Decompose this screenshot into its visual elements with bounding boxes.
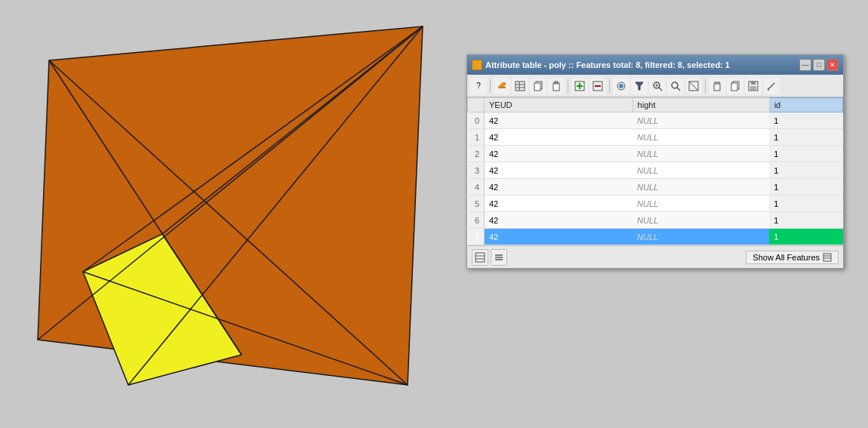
cell-yeud[interactable]: 42 <box>485 129 633 146</box>
cell-hight[interactable]: NULL <box>633 129 769 146</box>
cell-hight[interactable]: NULL <box>633 179 769 196</box>
cell-id[interactable]: 1 <box>769 212 842 229</box>
edit-field-button[interactable] <box>763 78 780 94</box>
svg-line-32 <box>677 88 680 91</box>
svg-marker-26 <box>636 82 643 90</box>
paste-button[interactable] <box>548 78 565 94</box>
toolbar: ? <box>467 75 843 97</box>
copy-selected-button[interactable] <box>727 78 743 94</box>
cell-hight[interactable]: NULL <box>633 229 769 245</box>
svg-marker-0 <box>38 26 423 385</box>
cell-id[interactable]: 1 <box>769 146 842 162</box>
table-header-row: YEUD hight id <box>468 98 843 112</box>
row-number: 6 <box>468 212 485 229</box>
title-controls[interactable]: — □ ✕ <box>799 59 839 71</box>
row-number: 0 <box>468 112 485 129</box>
add-row-button[interactable] <box>571 78 588 94</box>
row-number: 4 <box>468 179 485 196</box>
select-filter-button[interactable] <box>631 78 648 94</box>
remove-row-button[interactable] <box>589 78 606 94</box>
svg-rect-47 <box>476 253 485 262</box>
help-button[interactable]: ? <box>470 78 487 94</box>
cell-yeud[interactable]: 42 <box>485 146 633 162</box>
svg-rect-18 <box>555 82 558 84</box>
col-header-hight[interactable]: hight <box>633 98 769 112</box>
svg-rect-42 <box>751 82 756 85</box>
pan-map-button[interactable] <box>667 78 684 94</box>
svg-rect-35 <box>714 84 720 91</box>
maximize-button[interactable]: □ <box>813 59 825 71</box>
save-edits-button[interactable] <box>745 78 762 94</box>
cell-hight[interactable]: NULL <box>633 196 769 212</box>
form-view-toggle[interactable] <box>491 249 507 266</box>
delete-selected-button[interactable] <box>709 78 725 94</box>
cell-hight[interactable]: NULL <box>633 162 769 179</box>
cell-id[interactable]: 1 <box>769 162 842 179</box>
row-number: 5 <box>468 196 485 212</box>
svg-rect-40 <box>731 83 737 91</box>
cell-id[interactable]: 1 <box>769 112 842 129</box>
table-row[interactable]: 442NULL1 <box>468 179 843 196</box>
status-bar: Show All Features <box>467 245 843 268</box>
table-row[interactable]: 542NULL1 <box>468 196 843 212</box>
cell-hight[interactable]: NULL <box>633 212 769 229</box>
svg-line-34 <box>689 82 698 91</box>
table-body: 042NULL1142NULL1242NULL1342NULL1442NULL1… <box>468 112 843 245</box>
table-container: YEUD hight id 042NULL1142NULL1242NULL134… <box>467 97 843 245</box>
cell-yeud[interactable]: 42 <box>485 162 633 179</box>
svg-rect-11 <box>516 82 525 91</box>
attribute-table: YEUD hight id 042NULL1142NULL1242NULL134… <box>467 97 843 245</box>
table-view-button[interactable] <box>512 78 528 94</box>
cell-id[interactable]: 1 <box>769 179 842 196</box>
table-row[interactable]: 342NULL1 <box>468 162 843 179</box>
cell-id[interactable]: 1 <box>769 229 842 245</box>
show-features-button[interactable]: Show All Features <box>746 251 839 264</box>
svg-line-28 <box>659 88 662 91</box>
toolbar-separator-3 <box>609 79 610 93</box>
window-title: Attribute table - poly :: Features total… <box>485 60 730 69</box>
svg-line-44 <box>768 84 774 90</box>
attribute-table-window: Attribute table - poly :: Features total… <box>466 54 844 269</box>
table-row[interactable]: 142NULL1 <box>468 129 843 146</box>
status-left <box>472 249 507 266</box>
cell-id[interactable]: 1 <box>769 196 842 212</box>
minimize-button[interactable]: — <box>799 59 811 71</box>
col-header-yeud[interactable]: YEUD <box>485 98 633 112</box>
toolbar-separator-2 <box>568 79 568 93</box>
cell-yeud[interactable]: 42 <box>485 112 633 129</box>
toolbar-separator-4 <box>705 79 706 93</box>
edit-icon-button[interactable] <box>494 78 510 94</box>
svg-point-25 <box>619 84 623 88</box>
svg-rect-43 <box>750 86 756 90</box>
svg-rect-16 <box>534 83 540 91</box>
invert-select-button[interactable] <box>685 78 702 94</box>
zoom-map-button[interactable] <box>649 78 666 94</box>
map-canvas <box>23 15 438 415</box>
toolbar-separator-1 <box>490 79 491 93</box>
cell-yeud[interactable]: 42 <box>485 229 633 245</box>
row-num-header <box>468 98 485 112</box>
table-row[interactable]: 042NULL1 <box>468 112 843 129</box>
close-button[interactable]: ✕ <box>826 59 839 71</box>
svg-marker-45 <box>774 82 775 84</box>
table-row[interactable]: 642NULL1 <box>468 212 843 229</box>
cell-hight[interactable]: NULL <box>633 112 769 129</box>
svg-rect-53 <box>823 254 831 261</box>
cell-id[interactable]: 1 <box>769 129 842 146</box>
show-features-icon <box>823 253 832 262</box>
cell-hight[interactable]: NULL <box>633 146 769 162</box>
select-all-button[interactable] <box>613 78 629 94</box>
cell-yeud[interactable]: 42 <box>485 196 633 212</box>
table-row[interactable]: 242NULL1 <box>468 146 843 162</box>
row-number: 1 <box>468 129 485 146</box>
table-view-toggle[interactable] <box>472 249 488 266</box>
table-row[interactable]: 742NULL1 <box>468 229 843 245</box>
title-bar-left: Attribute table - poly :: Features total… <box>472 60 730 70</box>
row-number: 2 <box>468 146 485 162</box>
show-features-label: Show All Features <box>753 253 820 262</box>
cell-yeud[interactable]: 42 <box>485 179 633 196</box>
copy-button[interactable] <box>530 78 546 94</box>
row-number: 7 <box>468 229 485 245</box>
cell-yeud[interactable]: 42 <box>485 212 633 229</box>
col-header-id[interactable]: id <box>769 98 842 112</box>
